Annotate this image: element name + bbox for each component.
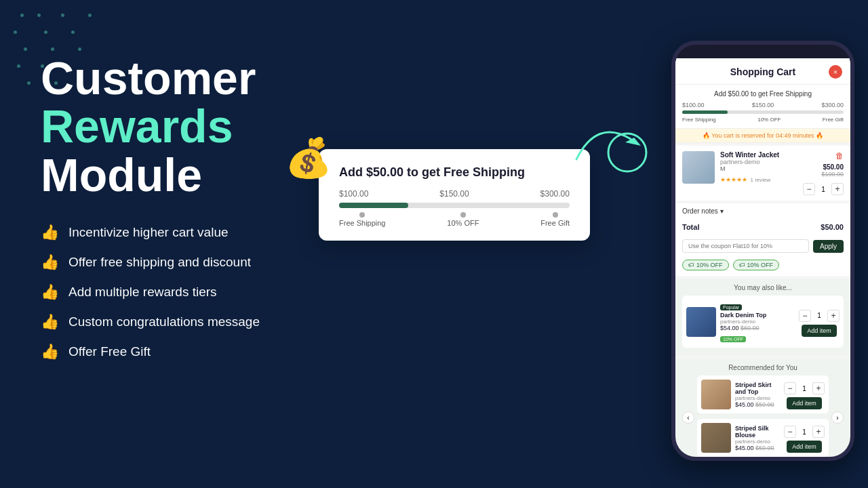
feature-item: 👍 Offer Free Gift — [41, 343, 393, 361]
cart-progress-bar-bg — [682, 110, 844, 114]
cart-item-vendor: partners-demo — [720, 159, 797, 165]
upsell-item-price: $54.00 $60.00 — [720, 325, 795, 331]
rec-item-2-qty-increase[interactable]: + — [812, 426, 825, 438]
progress-label-2: $150.00 — [439, 189, 469, 199]
coupon-input[interactable] — [682, 239, 809, 253]
popular-badge: Popular — [720, 304, 742, 310]
cart-progress-bar-fill — [682, 110, 728, 114]
quantity-value: 1 — [818, 186, 829, 193]
thumbs-up-icon: 👍 — [41, 224, 59, 241]
cart-title: Shopping Cart — [697, 66, 829, 77]
cart-item-info: Soft Winter Jacket partners-demo M ★★★★★… — [720, 151, 797, 184]
rec-item-2-qty-decrease[interactable]: − — [784, 426, 796, 438]
tick-free-gift: Free Gift — [540, 212, 570, 227]
quantity-decrease-button[interactable]: − — [803, 183, 815, 195]
coupon-apply-button[interactable]: Apply — [813, 240, 844, 253]
phone-screen: Shopping Cart × Add $50.00 to get Free S… — [675, 58, 850, 457]
upsell-discount-tag: 10% OFF — [720, 336, 746, 342]
cart-item-review: 1 review — [750, 177, 770, 183]
feature-text: Offer Free Gift — [68, 344, 151, 359]
svg-marker-1 — [625, 138, 641, 146]
feature-item: 👍 Custom congratulations message — [41, 313, 393, 331]
decorative-dot — [37, 14, 41, 17]
title-line1: Customer — [41, 52, 256, 104]
arrow-decoration — [570, 105, 651, 186]
recommended-item-2-vendor: partners-demo — [735, 439, 780, 445]
feature-text: Offer free shipping and discount — [68, 255, 251, 270]
decorative-dot — [24, 47, 27, 51]
cart-item-name: Soft Winter Jacket — [720, 151, 797, 159]
recommended-item-2-info: Striped Silk Blouse partners-demo $45.00… — [735, 425, 780, 451]
rec-item-1-qty-decrease[interactable]: − — [784, 382, 796, 394]
order-notes-toggle[interactable]: Order notes ▾ — [675, 203, 850, 219]
discount-badges: 🏷 10% OFF 🏷 10% OFF — [675, 257, 850, 276]
tick-free-shipping: Free Shipping — [339, 212, 386, 227]
cart-item-delete-button[interactable]: 🗑 — [835, 151, 844, 161]
decorative-dot — [88, 14, 92, 17]
quantity-controls: − 1 + — [803, 183, 844, 195]
progress-ticks: Free Shipping 10% OFF Free Gift — [339, 212, 570, 227]
phone-notch — [736, 45, 790, 58]
floating-card-title: Add $50.00 to get Free Shipping — [339, 165, 570, 180]
upsell-add-button[interactable]: Add item — [802, 325, 837, 337]
cart-item-size: M — [720, 165, 797, 172]
progress-label-1: $100.00 — [339, 189, 368, 199]
quantity-increase-button[interactable]: + — [831, 183, 844, 195]
floating-progress-card: Add $50.00 to get Free Shipping $100.00 … — [319, 149, 590, 241]
thumbs-up-icon: 👍 — [41, 283, 59, 301]
decorative-dot — [17, 64, 20, 68]
recommended-prev-button[interactable]: ‹ — [682, 411, 694, 424]
cart-item-price: $50.00 $100.00 — [821, 163, 844, 178]
decorative-dot — [78, 47, 81, 51]
total-label: Total — [682, 223, 699, 231]
cart-progress-ticks: Free Shipping 10% OFF Free Gift — [682, 117, 844, 123]
decorative-dot — [61, 14, 64, 17]
cart-item-original-price: $100.00 — [821, 171, 844, 178]
recommended-item-2-name: Striped Silk Blouse — [735, 425, 780, 439]
upsell-qty-decrease[interactable]: − — [799, 310, 811, 322]
thumbs-up-icon: 👍 — [41, 253, 59, 271]
cart-total-row: Total $50.00 — [675, 219, 850, 235]
rec-item-1-qty-increase[interactable]: + — [812, 382, 825, 394]
cart-item-current-price: $50.00 — [821, 163, 844, 171]
order-notes-label: Order notes ▾ — [682, 207, 724, 215]
cart-close-button[interactable]: × — [829, 65, 842, 79]
upsell-item-info: Popular Dark Denim Top partners-demo $54… — [720, 300, 795, 344]
decorative-dot — [20, 14, 24, 17]
upsell-title: You may also like... — [682, 284, 844, 291]
decorative-dot — [71, 30, 75, 34]
progress-bar-fill — [339, 203, 408, 208]
upsell-item-image — [686, 307, 716, 337]
decorative-dot — [51, 47, 54, 51]
recommended-item-1: Striped Skirt and Top partners-demo $45.… — [697, 375, 829, 413]
feature-item: 👍 Offer free shipping and discount — [41, 253, 393, 271]
recommended-items: Striped Skirt and Top partners-demo $45.… — [697, 375, 829, 457]
recommended-next-button[interactable]: › — [831, 411, 844, 424]
cart-item: Soft Winter Jacket partners-demo M ★★★★★… — [675, 146, 850, 201]
cart-progress-title: Add $50.00 to get Free Shipping — [682, 90, 844, 98]
decorative-dot — [27, 81, 31, 85]
rec-item-1-add-button[interactable]: Add item — [787, 397, 822, 409]
svg-point-0 — [608, 134, 646, 171]
feature-text: Incentivize higher cart value — [68, 225, 229, 240]
cart-progress-labels: $100.00 $150.00 $300.00 — [682, 102, 844, 108]
rec-item-2-add-button[interactable]: Add item — [787, 441, 822, 453]
cart-progress-section: Add $50.00 to get Free Shipping $100.00 … — [675, 85, 850, 129]
recommended-section: Recommended for You ‹ Striped Skirt and … — [675, 359, 850, 457]
total-value: $50.00 — [821, 223, 844, 231]
discount-badge-2: 🏷 10% OFF — [733, 260, 780, 270]
coupon-row: Apply — [675, 235, 850, 257]
recommended-item-2: Striped Silk Blouse partners-demo $45.00… — [697, 419, 829, 457]
money-bag-icon: 💰 — [285, 136, 332, 180]
rec-item-1-qty-controls: − 1 + — [784, 382, 825, 394]
upsell-qty-increase[interactable]: + — [827, 310, 840, 322]
phone-mockup: Shopping Cart × Add $50.00 to get Free S… — [671, 41, 854, 461]
upsell-item-vendor: partners-demo — [720, 319, 795, 325]
title-line3: Module — [41, 149, 202, 201]
recommended-title: Recommended for You — [682, 364, 844, 371]
thumbs-up-icon: 👍 — [41, 313, 59, 331]
recommended-item-1-price: $45.00 $50.00 — [735, 401, 780, 408]
feature-text: Custom congratulations message — [68, 314, 260, 329]
cart-timer-bar: 🔥 You cart is reserved for 04:49 minutes… — [675, 129, 850, 143]
cart-header: Shopping Cart × — [675, 58, 850, 85]
